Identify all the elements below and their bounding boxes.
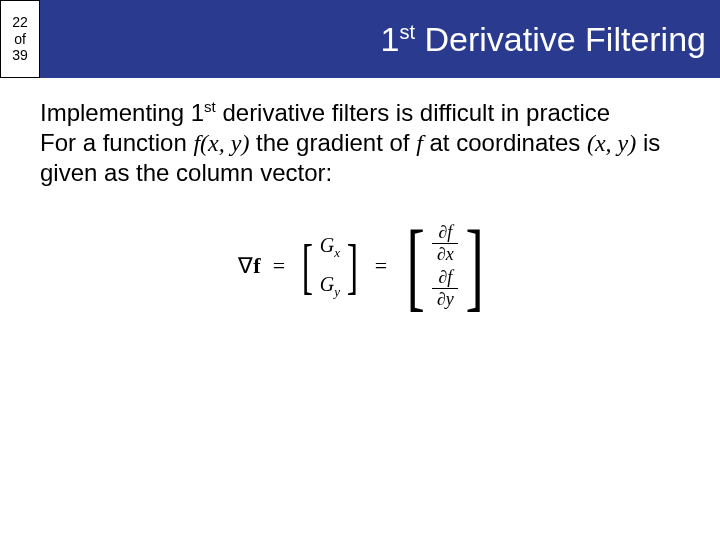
- right-bracket2-icon: ]: [466, 216, 484, 316]
- page-current: 22: [12, 14, 28, 31]
- p1-b: derivative filters is difficult in pract…: [216, 99, 610, 126]
- gy-sub: y: [334, 284, 340, 299]
- f-var1: f: [447, 222, 452, 242]
- p2-a: For a function: [40, 129, 193, 156]
- equals-2: =: [371, 252, 391, 280]
- gx-sub: x: [334, 246, 340, 261]
- slide-header: 22 of 39 1st Derivative Filtering: [0, 0, 720, 78]
- title-rest: Derivative Filtering: [415, 20, 706, 58]
- paragraph-2: For a function f(x, y) the gradient of f…: [40, 128, 690, 188]
- grad-f: ∇f: [238, 252, 260, 280]
- xy-1: (x, y): [587, 130, 636, 156]
- df-dx-den: ∂x: [435, 245, 456, 264]
- equation-inner: ∇f = [ Gx Gy ] = [ ∂f ∂x: [238, 216, 491, 316]
- right-bracket-icon: ]: [347, 235, 358, 297]
- f-single: f: [416, 130, 423, 156]
- paragraph-1: Implementing 1st derivative filters is d…: [40, 98, 690, 128]
- f-var2: f: [447, 267, 452, 287]
- partial1: ∂: [438, 222, 447, 242]
- partial2: ∂: [437, 244, 446, 264]
- vector-partials: [ ∂f ∂x ∂f ∂y ]: [399, 216, 492, 316]
- p1-a: Implementing 1: [40, 99, 204, 126]
- p2-c: at coordinates: [423, 129, 587, 156]
- p2-b: the gradient of: [249, 129, 416, 156]
- df-dx: ∂f ∂x: [432, 223, 458, 264]
- page-of: of: [14, 31, 26, 48]
- x-var1: x: [446, 244, 454, 264]
- gx: Gx: [320, 231, 340, 262]
- df-dy-num: ∂f: [436, 268, 454, 287]
- title-area: 1st Derivative Filtering: [40, 0, 720, 78]
- slide-title: 1st Derivative Filtering: [381, 20, 706, 59]
- slide-body: Implementing 1st derivative filters is d…: [0, 78, 720, 316]
- equation-block: ∇f = [ Gx Gy ] = [ ∂f ∂x: [40, 216, 690, 316]
- gy: Gy: [320, 270, 340, 301]
- page-total: 39: [12, 47, 28, 64]
- grad-f-letter: f: [253, 252, 260, 280]
- title-part1: 1: [381, 20, 400, 58]
- fxy-1: f(x, y): [193, 130, 249, 156]
- partial4: ∂: [437, 289, 446, 309]
- partial3: ∂: [438, 267, 447, 287]
- left-bracket-icon: [: [302, 235, 313, 297]
- df-dx-num: ∂f: [436, 223, 454, 242]
- p1-sup: st: [204, 98, 216, 115]
- gx-g: G: [320, 234, 334, 256]
- gxgy-column: Gx Gy: [318, 231, 342, 300]
- partial-column: ∂f ∂x ∂f ∂y: [432, 223, 458, 309]
- nabla-symbol: ∇: [238, 252, 253, 280]
- left-bracket2-icon: [: [407, 216, 425, 316]
- y-var1: y: [446, 289, 454, 309]
- equals-1: =: [269, 252, 289, 280]
- vector-gxgy: [ Gx Gy ]: [297, 231, 363, 300]
- df-dy: ∂f ∂y: [432, 268, 458, 309]
- page-counter: 22 of 39: [0, 0, 40, 78]
- title-sup: st: [399, 20, 415, 42]
- gy-g: G: [320, 273, 334, 295]
- df-dy-den: ∂y: [435, 290, 456, 309]
